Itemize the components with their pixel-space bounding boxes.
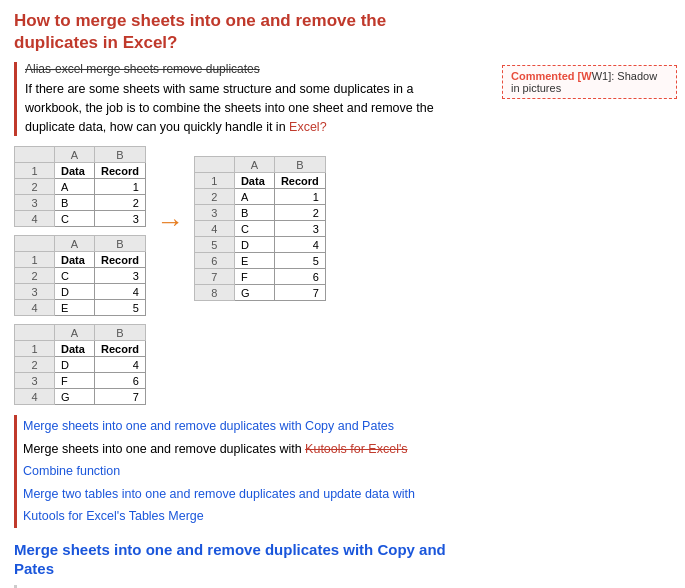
- source-table-3: A B 1 Data Record 2 D 4 3: [14, 324, 146, 405]
- source-table-1: A B 1 Data Record 2 A 1 3: [14, 146, 146, 227]
- comment-label-1: Commented [W: [511, 70, 592, 82]
- result-table: A B 1 Data Record 2 A 1 3: [194, 156, 326, 301]
- intro-text: If there are some sheets with same struc…: [25, 80, 456, 136]
- comment-box-1: Commented [WW1]: Shadow in pictures: [502, 65, 677, 99]
- nav-item-1[interactable]: Merge sheets into one and remove duplica…: [14, 415, 456, 438]
- left-tables: A B 1 Data Record 2 A 1 3: [14, 146, 146, 405]
- section1-title: Merge sheets into one and remove duplica…: [14, 540, 456, 579]
- result-table-section: A B 1 Data Record 2 A 1 3: [194, 146, 326, 301]
- comment-num-1: W1]:: [592, 70, 615, 82]
- section-copy-paste: Merge sheets into one and remove duplica…: [14, 540, 456, 588]
- strikethrough-text-1: Kutools for Excel's: [305, 442, 407, 456]
- page-container: How to merge sheets into one and remove …: [0, 0, 685, 588]
- nav-link-3[interactable]: Merge two tables into one and remove dup…: [23, 487, 415, 524]
- excel-red-text: Excel?: [289, 120, 327, 134]
- intro-block: Alias-excel merge sheets remove duplicat…: [14, 62, 456, 136]
- tables-section: A B 1 Data Record 2 A 1 3: [14, 146, 456, 405]
- nav-item-2: Merge sheets into one and remove duplica…: [14, 438, 456, 483]
- merge-arrow: →: [156, 146, 184, 238]
- nav-link-2[interactable]: Combine function: [23, 464, 120, 478]
- nav-item-3[interactable]: Merge two tables into one and remove dup…: [14, 483, 456, 528]
- alias-text: Alias-excel merge sheets remove duplicat…: [25, 62, 456, 76]
- nav-link-1[interactable]: Merge sheets into one and remove duplica…: [23, 419, 394, 433]
- main-content: How to merge sheets into one and remove …: [0, 0, 470, 588]
- nav-links: Merge sheets into one and remove duplica…: [14, 415, 456, 528]
- page-title: How to merge sheets into one and remove …: [14, 10, 456, 54]
- side-comments-panel: Commented [WW1]: Shadow in pictures Comm…: [470, 0, 685, 588]
- source-table-2: A B 1 Data Record 2 C 3 3: [14, 235, 146, 316]
